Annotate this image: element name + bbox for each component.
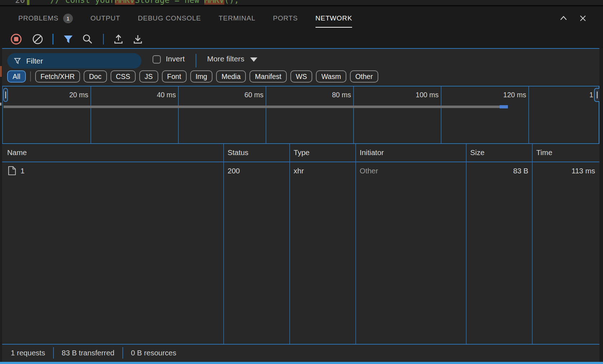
tab-label: PORTS	[273, 14, 298, 22]
panel-right-edge	[599, 48, 603, 362]
search-icon[interactable]	[81, 33, 94, 45]
network-toolbar	[0, 30, 603, 48]
filter-input[interactable]: Filter	[7, 53, 141, 69]
summary-divider	[122, 347, 123, 359]
timeline-gridline	[441, 87, 441, 143]
overview-ruler-dot	[0, 103, 1, 106]
overview-ruler-mark	[0, 66, 2, 77]
code-comment: // const your	[50, 0, 115, 5]
requests-table: Name Status Type Initiator Size Time 1 2…	[2, 144, 599, 345]
editor-code-sliver: 20 // const yourMMKVStorage = new MMKV()…	[0, 0, 603, 5]
request-status: 200	[228, 167, 240, 175]
tab-debug-console[interactable]: DEBUG CONSOLE	[138, 6, 201, 30]
network-overview-timeline[interactable]: 20 ms 40 ms 60 ms 80 ms 100 ms 120 ms 1	[2, 86, 599, 144]
column-header-type[interactable]: Type	[294, 148, 309, 157]
tab-network[interactable]: NETWORK	[315, 6, 352, 30]
tab-ports[interactable]: PORTS	[273, 6, 298, 30]
tab-label: OUTPUT	[90, 14, 120, 22]
timeline-tick-label: 80 ms	[308, 91, 351, 99]
timeline-gridline	[178, 87, 179, 143]
filter-funnel-icon[interactable]	[62, 33, 74, 45]
column-header-name[interactable]: Name	[7, 148, 27, 157]
overview-right-drag-handle[interactable]	[594, 88, 599, 102]
timeline-tick-label: 120 ms	[483, 91, 526, 99]
export-har-icon[interactable]	[132, 33, 144, 45]
tab-label: PROBLEMS	[18, 14, 59, 22]
network-panel: Filter Invert More filters All Fetch/XHR…	[2, 48, 599, 362]
tab-label: TERMINAL	[219, 14, 255, 22]
request-name-cell: 1	[8, 166, 24, 176]
panel-left-edge	[0, 48, 2, 362]
table-header-row: Name Status Type Initiator Size Time	[2, 144, 599, 162]
filter-row-divider	[196, 54, 196, 67]
grip-line	[5, 92, 6, 98]
tab-problems[interactable]: PROBLEMS 1	[18, 6, 73, 30]
tab-terminal[interactable]: TERMINAL	[219, 6, 255, 30]
panel-controls	[558, 6, 588, 30]
filter-placeholder: Filter	[26, 57, 43, 65]
type-filter-css[interactable]: CSS	[111, 70, 136, 83]
request-waterfall-bar	[4, 106, 500, 108]
type-filter-media[interactable]: Media	[216, 70, 246, 83]
invert-label[interactable]: Invert	[166, 55, 185, 63]
table-row[interactable]: 1 200 xhr Other 83 B 113 ms	[2, 162, 599, 180]
timeline-gridline	[353, 87, 354, 143]
chevron-up-icon[interactable]	[558, 13, 569, 23]
column-header-status[interactable]: Status	[228, 148, 248, 157]
toolbar-divider	[103, 34, 104, 45]
tab-output[interactable]: OUTPUT	[90, 6, 120, 30]
type-filter-ws[interactable]: WS	[290, 70, 312, 83]
type-filter-doc[interactable]: Doc	[84, 70, 107, 83]
editor-code-text: // const yourMMKVStorage = new MMKV();	[50, 0, 239, 5]
request-waterfall-bar-download	[500, 105, 508, 108]
find-match-highlight: MMKV	[115, 0, 135, 5]
panel-focus-border	[0, 362, 603, 364]
import-har-icon[interactable]	[112, 33, 125, 45]
request-time: 113 ms	[532, 167, 595, 175]
summary-divider	[53, 347, 54, 359]
type-filter-img[interactable]: Img	[190, 70, 213, 83]
request-initiator: Other	[360, 167, 378, 175]
grip-line	[597, 92, 598, 98]
code-comment: Storage	[135, 0, 169, 5]
record-stop-icon[interactable]	[10, 33, 22, 45]
vscode-panel-screen: 20 // const yourMMKVStorage = new MMKV()…	[0, 0, 603, 364]
timeline-tick-label: 100 ms	[396, 91, 439, 99]
clear-icon[interactable]	[32, 33, 44, 45]
overview-left-drag-handle[interactable]	[3, 88, 8, 102]
invert-checkbox[interactable]	[153, 55, 161, 64]
find-match-highlight: MMKV	[204, 0, 224, 5]
column-header-time[interactable]: Time	[536, 148, 552, 157]
panel-tab-bar: PROBLEMS 1 OUTPUT DEBUG CONSOLE TERMINAL…	[0, 6, 603, 30]
chips-divider	[30, 71, 31, 81]
filter-funnel-small-icon	[14, 57, 21, 65]
timeline-gridline	[528, 87, 529, 143]
editor-line-number: 20	[15, 0, 25, 5]
timeline-gridline	[266, 87, 266, 143]
type-filter-fetch-xhr[interactable]: Fetch/XHR	[35, 70, 80, 83]
chevron-down-icon	[250, 57, 257, 62]
column-header-initiator[interactable]: Initiator	[360, 148, 384, 157]
requests-count: 1 requests	[11, 349, 45, 357]
transferred-size: 83 B transferred	[62, 349, 114, 357]
toolbar-divider	[52, 34, 53, 45]
request-name: 1	[20, 167, 24, 175]
type-filter-other[interactable]: Other	[350, 70, 378, 83]
type-filter-js[interactable]: JS	[139, 70, 158, 83]
tab-label: NETWORK	[315, 14, 352, 22]
timeline-tick-label: 40 ms	[133, 91, 176, 99]
type-filter-manifest[interactable]: Manifest	[249, 70, 287, 83]
close-icon[interactable]	[578, 13, 588, 23]
code-comment: = new	[169, 0, 204, 5]
document-icon	[8, 166, 16, 176]
type-filter-font[interactable]: Font	[162, 70, 187, 83]
resource-type-filters: All Fetch/XHR Doc CSS JS Font Img Media …	[7, 70, 378, 83]
timeline-tick-label: 20 ms	[45, 91, 88, 99]
type-filter-all[interactable]: All	[7, 70, 26, 83]
type-filter-wasm[interactable]: Wasm	[316, 70, 346, 83]
more-filters-dropdown[interactable]: More filters	[207, 55, 257, 63]
git-gutter-added-bar	[27, 0, 29, 5]
timeline-gridline	[90, 87, 91, 143]
column-header-size[interactable]: Size	[470, 148, 485, 157]
problems-count-badge: 1	[63, 14, 73, 23]
